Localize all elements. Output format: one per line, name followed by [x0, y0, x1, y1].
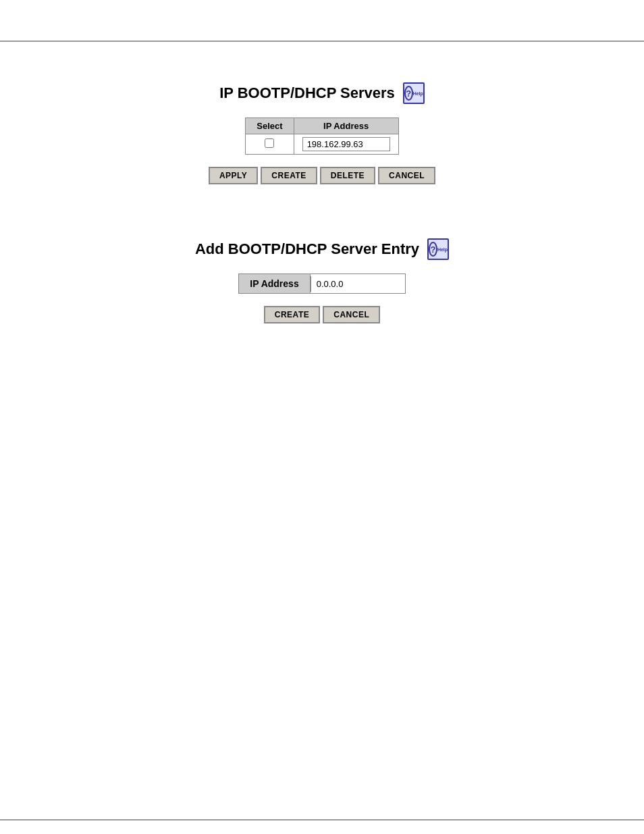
section1-title: IP BOOTP/DHCP Servers	[219, 84, 395, 102]
table-row	[246, 134, 398, 155]
section2-help-icon: ?	[429, 242, 437, 257]
create-button[interactable]: CREATE	[261, 167, 317, 184]
delete-button[interactable]: DELETE	[320, 167, 375, 184]
add-create-button[interactable]: CREATE	[264, 306, 320, 323]
add-form: IP Address	[238, 273, 405, 294]
main-content: IP BOOTP/DHCP Servers ? Help Select IP A…	[0, 42, 644, 819]
cancel-button[interactable]: CANCEL	[378, 167, 435, 184]
section2-title-row: Add BOOTP/DHCP Server Entry ? Help	[195, 238, 449, 260]
ip-address-input[interactable]	[302, 137, 390, 151]
section1-help-label: Help	[413, 91, 423, 96]
apply-button[interactable]: APPLY	[209, 167, 258, 184]
row-checkbox[interactable]	[265, 138, 274, 148]
section1-container: IP BOOTP/DHCP Servers ? Help Select IP A…	[209, 82, 435, 184]
col-header-ip-address: IP Address	[294, 118, 398, 134]
ip-address-label: IP Address	[239, 274, 310, 293]
section2-container: Add BOOTP/DHCP Server Entry ? Help IP Ad…	[195, 238, 449, 323]
section2-help-label: Help	[437, 247, 448, 252]
section1-table: Select IP Address	[245, 118, 398, 155]
select-cell	[246, 134, 294, 155]
section2-help-button[interactable]: ? Help	[427, 238, 449, 260]
add-cancel-button[interactable]: CANCEL	[323, 306, 380, 323]
bottom-divider	[0, 819, 644, 820]
col-header-select: Select	[246, 118, 294, 134]
section1-help-button[interactable]: ? Help	[403, 82, 425, 104]
section1-buttons-row: APPLY CREATE DELETE CANCEL	[209, 167, 435, 184]
ip-address-cell	[294, 134, 398, 155]
section1-title-row: IP BOOTP/DHCP Servers ? Help	[219, 82, 425, 104]
section1-help-icon: ?	[404, 86, 413, 101]
add-ip-address-input[interactable]	[311, 276, 405, 292]
section2-buttons-row: CREATE CANCEL	[264, 306, 380, 323]
section2-title: Add BOOTP/DHCP Server Entry	[195, 240, 419, 258]
